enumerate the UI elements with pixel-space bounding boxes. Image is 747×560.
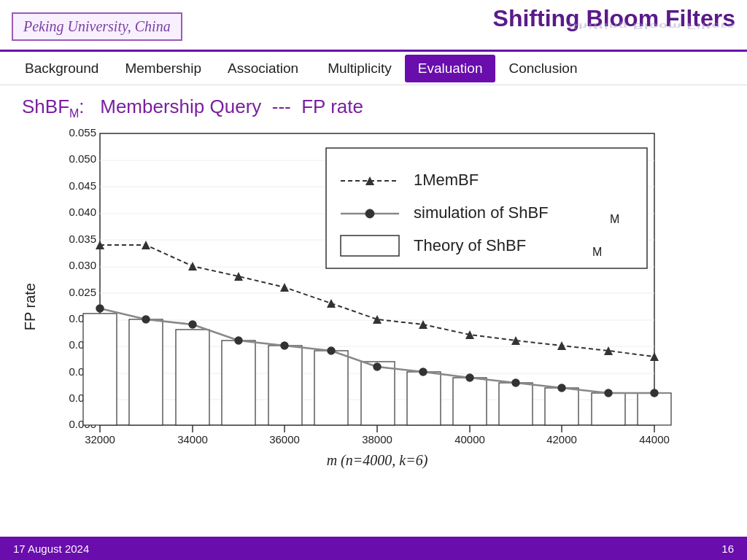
footer-date: 17 August 2024	[13, 542, 89, 555]
svg-point-65	[142, 316, 150, 323]
svg-point-72	[466, 374, 473, 381]
svg-rect-85	[341, 236, 399, 256]
svg-text:0.045: 0.045	[69, 179, 96, 192]
y-axis-label: FP rate	[22, 283, 39, 330]
nav-evaluation[interactable]: Evaluation	[405, 55, 496, 82]
svg-point-82	[365, 209, 374, 218]
nav-multiplicity[interactable]: Multiplicity	[314, 55, 405, 82]
svg-text:32000: 32000	[85, 433, 115, 446]
svg-text:38000: 38000	[362, 433, 392, 446]
svg-rect-38	[83, 314, 117, 425]
navigation: Background Membership Association Multip…	[0, 52, 747, 85]
chart-container: FP rate 0.055 0.050 0.045 0.040 0.035 0.…	[22, 126, 725, 486]
svg-text:0.025: 0.025	[69, 286, 96, 298]
svg-text:40000: 40000	[454, 433, 485, 446]
svg-rect-49	[592, 393, 625, 425]
svg-point-74	[558, 384, 565, 392]
svg-point-70	[374, 363, 381, 370]
title-reflection: Shifting Bloom Filters	[493, 22, 735, 31]
svg-text:1MemBF: 1MemBF	[414, 171, 479, 189]
svg-rect-41	[222, 341, 255, 425]
svg-text:34000: 34000	[177, 433, 208, 446]
svg-rect-42	[268, 346, 302, 425]
chart-inner: 0.055 0.050 0.045 0.040 0.035 0.030 0.02…	[42, 126, 725, 486]
svg-text:0.035: 0.035	[69, 233, 96, 245]
svg-rect-45	[407, 372, 441, 425]
slide-content: ShBFM: Membership Query --- FP rate FP r…	[0, 85, 747, 486]
slide-title-sub: M	[69, 107, 79, 120]
svg-point-68	[281, 342, 288, 349]
svg-rect-48	[545, 388, 578, 425]
svg-rect-44	[361, 362, 395, 425]
svg-text:0.050: 0.050	[69, 152, 96, 165]
nav-conclusion[interactable]: Conclusion	[495, 55, 590, 82]
logo: Peking University, China	[12, 12, 182, 41]
svg-point-73	[512, 379, 519, 386]
svg-point-76	[651, 389, 658, 397]
svg-point-71	[419, 368, 427, 376]
nav-membership[interactable]: Membership	[112, 55, 214, 82]
header: Peking University, China Shifting Bloom …	[0, 0, 747, 52]
svg-rect-40	[176, 330, 209, 425]
svg-text:M: M	[610, 213, 619, 225]
svg-point-75	[605, 389, 612, 397]
svg-text:42000: 42000	[546, 433, 577, 446]
svg-rect-43	[314, 351, 348, 425]
title-box: Shifting Bloom Filters Shifting Bloom Fi…	[493, 6, 735, 47]
svg-rect-46	[453, 378, 487, 425]
svg-text:36000: 36000	[269, 433, 300, 446]
chart-svg: 0.055 0.050 0.045 0.040 0.035 0.030 0.02…	[42, 126, 676, 483]
svg-text:m  (n=4000,  k=6): m (n=4000, k=6)	[327, 452, 428, 469]
svg-rect-39	[129, 319, 163, 425]
svg-rect-50	[638, 393, 671, 425]
footer: 17 August 2024 16	[0, 537, 747, 560]
svg-text:0.040: 0.040	[69, 206, 96, 218]
slide-title: ShBFM: Membership Query --- FP rate	[22, 96, 725, 120]
svg-text:M: M	[592, 246, 602, 258]
svg-point-69	[328, 347, 335, 354]
svg-text:0.030: 0.030	[69, 259, 96, 271]
nav-background[interactable]: Background	[12, 55, 112, 82]
nav-association[interactable]: Association	[214, 55, 311, 82]
svg-text:Theory of ShBF: Theory of ShBF	[414, 236, 526, 254]
svg-text:0.055: 0.055	[69, 126, 96, 139]
svg-point-67	[235, 337, 242, 344]
svg-text:simulation of ShBF: simulation of ShBF	[414, 203, 549, 222]
footer-page: 16	[721, 542, 734, 555]
svg-rect-47	[499, 383, 533, 425]
svg-text:44000: 44000	[639, 433, 670, 446]
svg-point-64	[96, 305, 104, 312]
svg-point-66	[189, 321, 196, 328]
